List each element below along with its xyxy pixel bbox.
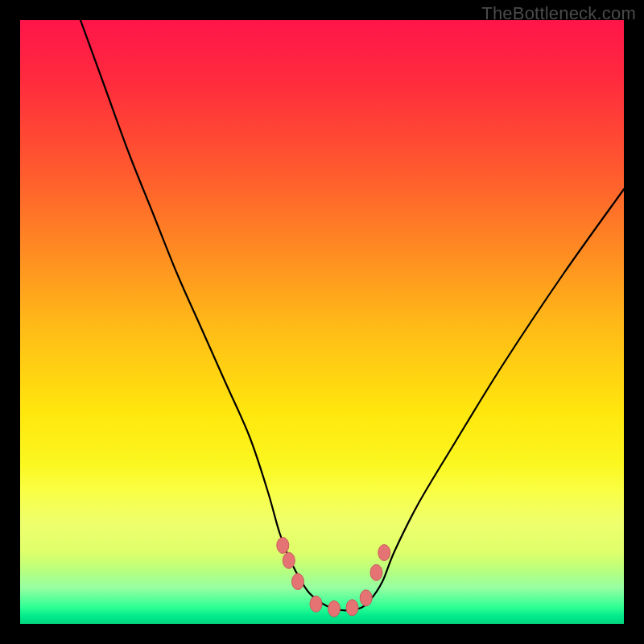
trough-marker [310, 596, 322, 612]
trough-marker [370, 564, 382, 580]
trough-marker [292, 574, 304, 590]
trough-marker [346, 600, 358, 616]
chart-svg [20, 20, 624, 624]
trough-marker [277, 538, 289, 554]
trough-marker [328, 601, 341, 617]
trough-marker-group [277, 538, 390, 617]
plot-area [20, 20, 624, 624]
trough-marker [378, 545, 390, 561]
bottleneck-curve [80, 20, 624, 610]
trough-marker [360, 590, 372, 606]
trough-marker [283, 552, 295, 568]
outer-frame: TheBottleneck.com [0, 0, 644, 644]
